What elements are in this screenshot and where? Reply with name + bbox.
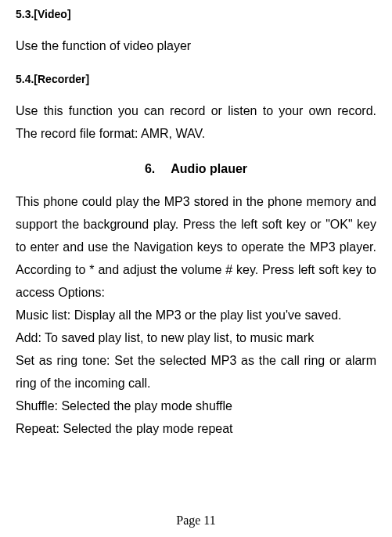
chapter-6-heading: 6.Audio plauer — [16, 162, 376, 176]
chapter-6-item-4: Repeat: Selected the play mode repeat — [16, 422, 233, 435]
section-5-4-heading: 5.4.[Recorder] — [16, 73, 376, 85]
chapter-6-item-1: Add: To saved play list, to new play lis… — [16, 331, 314, 344]
section-5-3-heading: 5.3.[Video] — [16, 8, 376, 20]
chapter-6-intro: This phone could play the MP3 stored in … — [16, 195, 376, 299]
chapter-6-body: This phone could play the MP3 stored in … — [16, 190, 376, 440]
section-5-3-body: Use the function of video player — [16, 34, 376, 57]
chapter-6-item-3: Shuffle: Selected the play mode shuffle — [16, 399, 232, 413]
chapter-6-item-0: Music list: Display all the MP3 or the p… — [16, 308, 342, 322]
document-page: 5.3.[Video] Use the function of video pl… — [0, 0, 392, 537]
section-5-4-body: Use this function you can record or list… — [16, 99, 376, 145]
chapter-6-number: 6. — [145, 162, 155, 176]
page-footer: Page 11 — [0, 514, 392, 528]
chapter-6-title: Audio plauer — [171, 162, 247, 175]
chapter-6-item-2: Set as ring tone: Set the selected MP3 a… — [16, 354, 376, 390]
